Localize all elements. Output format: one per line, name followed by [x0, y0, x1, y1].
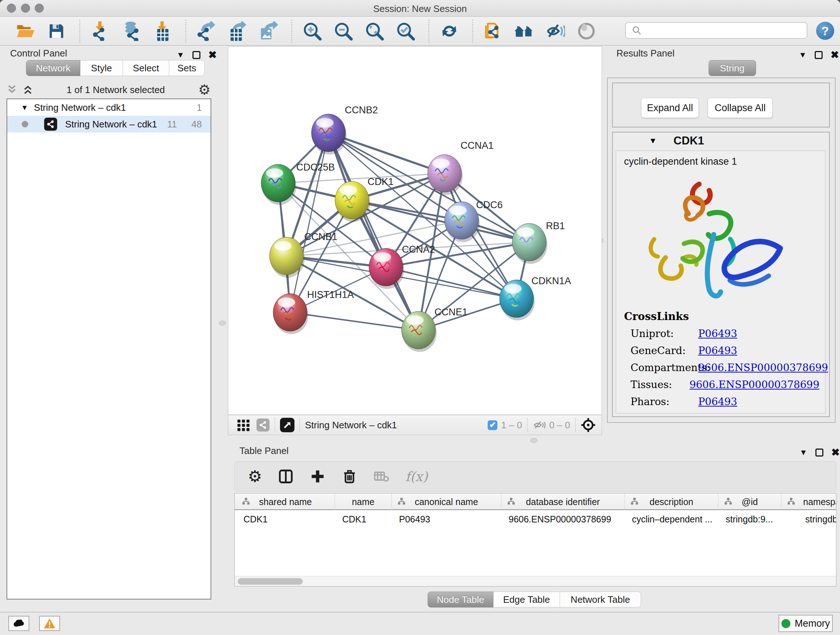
crosslink-row: Uniprot:P06493: [624, 328, 819, 340]
control-panel-title: Control Panel: [10, 48, 67, 59]
zoom-selected-button[interactable]: [393, 21, 418, 41]
node-CCNB1[interactable]: CCNB1: [270, 231, 338, 278]
panel-collapse-icon[interactable]: ▼: [177, 50, 185, 60]
selected-items-checkbox[interactable]: ✔: [488, 420, 497, 430]
column-header-database-identifier[interactable]: database identifier: [501, 494, 625, 510]
column-header-namespace[interactable]: namespace: [782, 494, 836, 510]
node-HIST1H1A[interactable]: HIST1H1A: [273, 289, 354, 334]
network-collection-row[interactable]: ▼ String Network – cdk1 1: [7, 99, 210, 116]
panel-close-icon[interactable]: ✖: [831, 51, 839, 59]
crosslink-link[interactable]: P06493: [698, 396, 737, 408]
column-header-shared-name[interactable]: shared name: [236, 494, 335, 510]
table-panel-title: Table Panel: [240, 445, 289, 456]
show-columns-icon[interactable]: [278, 469, 294, 485]
node-label-CDC25B: CDC25B: [296, 162, 335, 173]
memory-button[interactable]: Memory: [778, 615, 833, 632]
table-cell[interactable]: stringdb: [782, 511, 836, 527]
fit-selected-crosshair-icon[interactable]: [581, 417, 596, 432]
table-cell[interactable]: 9606.ENSP00000378699: [501, 511, 625, 527]
import-table-from-file-button[interactable]: [150, 21, 175, 41]
network-view-type-icon[interactable]: [256, 418, 270, 432]
tab-edge-table[interactable]: Edge Table: [493, 592, 560, 608]
warning-status-button[interactable]: [39, 616, 60, 631]
zoom-in-button[interactable]: [300, 21, 325, 41]
panel-collapse-icon[interactable]: ▼: [799, 448, 807, 457]
table-cell[interactable]: CDK1: [335, 511, 392, 527]
share-document-button[interactable]: [480, 21, 506, 41]
refresh-network-button[interactable]: [437, 21, 462, 41]
tab-sets[interactable]: Sets: [169, 60, 205, 76]
horizontal-splitter-handle[interactable]: [531, 438, 538, 443]
left-splitter-handle[interactable]: [219, 321, 226, 325]
crosslink-link[interactable]: P06493: [698, 345, 737, 356]
node-CDKN1A[interactable]: CDKN1A: [500, 276, 571, 320]
node-RB1[interactable]: RB1: [512, 220, 565, 264]
cloud-status-button[interactable]: [8, 616, 29, 631]
table-cell[interactable]: stringdb:9...: [718, 511, 782, 527]
save-session-button[interactable]: [44, 21, 69, 41]
crosslink-link[interactable]: 9606.ENSP00000378699: [690, 379, 819, 391]
export-network-button[interactable]: [194, 21, 219, 41]
tab-select[interactable]: Select: [123, 60, 169, 76]
inspector-sphere-button[interactable]: [574, 21, 599, 41]
export-image-button[interactable]: [256, 21, 281, 41]
zoom-out-button[interactable]: [331, 21, 356, 41]
panel-close-icon[interactable]: ✖: [831, 448, 840, 456]
table-cell[interactable]: P06493: [392, 511, 501, 527]
scrollbar-thumb[interactable]: [238, 578, 303, 585]
open-session-button[interactable]: [13, 21, 38, 41]
expand-all-icon[interactable]: [22, 84, 33, 96]
edge-HIST1H1A-CCNE1[interactable]: [290, 312, 418, 330]
search-input[interactable]: [645, 23, 807, 38]
panel-collapse-icon[interactable]: ▼: [799, 50, 807, 60]
panel-float-icon[interactable]: [193, 51, 201, 59]
table-cell[interactable]: CDK1: [236, 511, 335, 527]
home-button[interactable]: [512, 21, 537, 41]
node-CCNE1[interactable]: CCNE1: [401, 307, 468, 352]
tab-network[interactable]: Network: [26, 60, 80, 76]
help-button[interactable]: ?: [816, 22, 834, 40]
control-panel: Control Panel ▼ ✖ NetworkStyleSelectSets…: [0, 46, 217, 612]
edge-CCNB2-HIST1H1A[interactable]: [290, 133, 328, 312]
column-type-icon: [724, 497, 732, 505]
add-column-icon[interactable]: [309, 469, 325, 485]
column-header-canonical-name[interactable]: canonical name: [392, 494, 501, 510]
network-row[interactable]: String Network – cdk1 11 48: [7, 116, 210, 133]
node-CDK1[interactable]: CDK1: [335, 176, 393, 222]
column-header-name[interactable]: name: [335, 494, 392, 510]
panel-close-icon[interactable]: ✖: [208, 51, 217, 59]
results-tab-string[interactable]: String: [708, 60, 756, 76]
crosslink-link[interactable]: P06493: [698, 328, 737, 340]
export-table-button[interactable]: [225, 21, 250, 41]
network-canvas[interactable]: CCNB2CCNA1CDC25BCDK1CDC6RB1CCNB1CCNA2CDK…: [228, 46, 602, 415]
hide-glasses-button[interactable]: [543, 21, 568, 41]
collapse-all-icon[interactable]: [6, 84, 17, 96]
birdseye-view-icon[interactable]: [280, 418, 294, 432]
tree-expander-icon[interactable]: ▼: [21, 103, 28, 112]
tab-style[interactable]: Style: [80, 60, 123, 76]
delete-column-trash-icon[interactable]: [341, 469, 357, 485]
zoom-fit-button[interactable]: [362, 21, 387, 41]
import-network-from-database-button[interactable]: [118, 21, 144, 41]
column-header-description[interactable]: description: [625, 494, 718, 510]
import-network-from-file-button[interactable]: [88, 21, 113, 41]
table-type-tabs: Node TableEdge TableNetwork Table: [428, 592, 641, 608]
table-toolbar: ⚙ f(x): [234, 461, 836, 492]
tab-network-table[interactable]: Network Table: [560, 592, 641, 608]
node-CDC6[interactable]: CDC6: [445, 200, 503, 242]
network-options-gear-icon[interactable]: ⚙: [198, 83, 210, 97]
toolbar-separator: [185, 19, 186, 43]
table-cell[interactable]: cyclin–dependent ...: [625, 511, 718, 527]
table-settings-gear-icon[interactable]: ⚙: [248, 470, 262, 483]
panel-float-icon[interactable]: [815, 51, 823, 59]
grid-view-icon[interactable]: [236, 418, 251, 432]
table-horizontal-scrollbar[interactable]: [235, 576, 836, 586]
collapse-all-button[interactable]: Collapse All: [707, 98, 773, 118]
tab-node-table[interactable]: Node Table: [428, 592, 493, 608]
column-header--id[interactable]: @id: [718, 494, 782, 510]
toolbar-separator: [428, 19, 429, 43]
crosslink-link[interactable]: 9606.ENSP00000378699: [698, 362, 828, 374]
gene-expander-icon[interactable]: ▼: [649, 136, 657, 146]
panel-float-icon[interactable]: [815, 448, 823, 456]
expand-all-button[interactable]: Expand All: [641, 98, 699, 118]
